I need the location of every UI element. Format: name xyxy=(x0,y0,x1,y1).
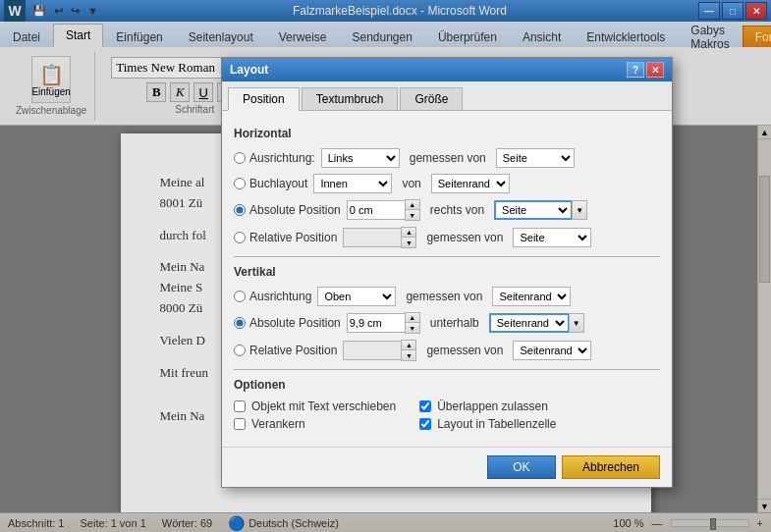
radio-h-absolute[interactable] xyxy=(234,204,246,216)
ausrichtung-select[interactable]: Links xyxy=(321,148,400,168)
h-relative-input[interactable] xyxy=(343,228,402,247)
buchlayout-ref-dropdown[interactable]: Seitenrand xyxy=(431,174,510,193)
v-relative-ref-select[interactable]: Seitenrand xyxy=(513,341,591,360)
v-absolute-input-group: ▲ ▼ xyxy=(347,312,420,334)
section-vertikal-label: Vertikal xyxy=(234,265,660,279)
checkbox-verschieben[interactable] xyxy=(234,400,246,412)
h-absolute-spin-up[interactable]: ▲ xyxy=(406,200,419,210)
gemessen-von-label-1: gemessen von xyxy=(410,151,486,165)
divider-2 xyxy=(234,369,660,370)
radio-group-v-absolute: Absolute Position xyxy=(234,316,341,330)
label-buchlayout: Buchlayout xyxy=(249,177,307,190)
v-absolute-spin-up[interactable]: ▲ xyxy=(406,313,419,323)
h-relative-ref-select[interactable]: Seite xyxy=(513,228,591,247)
v-relative-ref-dropdown[interactable]: Seitenrand xyxy=(513,341,591,360)
v-relative-spin-down[interactable]: ▼ xyxy=(402,350,415,360)
checkbox-layout-tabelle[interactable] xyxy=(419,418,431,430)
v-gemessen-von-label-2: gemessen von xyxy=(426,344,503,357)
label-verschieben: Objekt mit Text verschieben xyxy=(251,399,396,413)
radio-v-absolute[interactable] xyxy=(234,317,246,329)
cancel-button[interactable]: Abbrechen xyxy=(562,455,660,479)
buchlayout-ref-select[interactable]: Seitenrand xyxy=(431,174,510,193)
ausrichtung-dropdown[interactable]: Links xyxy=(321,148,400,168)
label-v-ausrichtung: Ausrichtung xyxy=(249,290,311,303)
radio-group-h-relative: Relative Position xyxy=(234,231,337,244)
h-absolute-ref-dropdown[interactable]: Seite ▼ xyxy=(494,200,587,220)
vertikal-row-ausrichtung: Ausrichtung Oben gemessen von Seitenrand xyxy=(234,287,660,306)
checkbox-ueberlappen[interactable] xyxy=(419,400,431,412)
horizontal-row-absolute: Absolute Position ▲ ▼ rechts von Seite ▼ xyxy=(234,199,660,221)
checkbox-row-ueberlappen: Überlappen zulassen xyxy=(419,399,556,413)
optionen-checkboxes: Objekt mit Text verschieben Verankern Üb… xyxy=(234,399,660,435)
radio-v-ausrichtung[interactable] xyxy=(234,291,246,302)
section-horizontal-label: Horizontal xyxy=(234,127,660,140)
dialog-close-button[interactable]: ✕ xyxy=(646,62,664,78)
horizontal-row-ausrichtung: Ausrichtung: Links gemessen von Seite xyxy=(234,148,660,168)
v-relative-input-group: ▲ ▼ xyxy=(343,340,416,361)
radio-group-v-ausrichtung: Ausrichtung xyxy=(234,290,311,303)
h-relative-spin-down[interactable]: ▼ xyxy=(402,238,415,247)
divider-1 xyxy=(234,256,660,257)
h-relative-spinbtns: ▲ ▼ xyxy=(401,227,416,248)
ok-button[interactable]: OK xyxy=(487,455,556,479)
v-relative-input[interactable] xyxy=(343,341,402,360)
vertikal-row-absolute: Absolute Position ▲ ▼ unterhalb Seitenra… xyxy=(234,312,660,334)
ausrichtung-ref-select[interactable]: Seite xyxy=(496,148,575,168)
v-absolute-ref-select[interactable]: Seitenrand xyxy=(489,313,570,333)
dialog-title: Layout xyxy=(230,63,268,77)
v-absolute-spin-down[interactable]: ▼ xyxy=(406,323,419,333)
h-relative-input-group: ▲ ▼ xyxy=(343,227,416,248)
dialog-titlebar-controls: ? ✕ xyxy=(627,62,664,78)
checkbox-row-verankern: Verankern xyxy=(234,417,396,431)
radio-group-buchlayout: Buchlayout xyxy=(234,177,307,190)
radio-group-ausrichtung: Ausrichtung: xyxy=(234,151,315,165)
v-gemessen-von-label-1: gemessen von xyxy=(406,290,482,303)
v-ausrichtung-dropdown[interactable]: Oben xyxy=(317,287,396,306)
dialog-overlay: Layout ? ✕ Position Textumbruch Größe Ho… xyxy=(0,0,771,532)
label-h-relative: Relative Position xyxy=(249,231,337,244)
v-absolute-spinbtns: ▲ ▼ xyxy=(405,312,420,334)
h-absolute-spinbtns: ▲ ▼ xyxy=(405,199,420,221)
radio-v-relative[interactable] xyxy=(234,345,246,356)
checkbox-row-layout-tabelle: Layout in Tabellenzelle xyxy=(419,417,556,431)
gemessen-von-label-2: gemessen von xyxy=(426,231,503,244)
buchlayout-dropdown[interactable]: Innen xyxy=(313,174,392,193)
tab-groesse[interactable]: Größe xyxy=(400,87,463,110)
layout-dialog: Layout ? ✕ Position Textumbruch Größe Ho… xyxy=(221,57,673,488)
dialog-footer: OK Abbrechen xyxy=(222,447,672,487)
label-h-absolute: Absolute Position xyxy=(249,203,341,217)
label-v-relative: Relative Position xyxy=(249,344,337,357)
v-relative-spin-up[interactable]: ▲ xyxy=(402,341,415,350)
tab-textumbruch[interactable]: Textumbruch xyxy=(302,87,399,110)
v-relative-spinbtns: ▲ ▼ xyxy=(401,340,416,361)
h-relative-spin-up[interactable]: ▲ xyxy=(402,228,415,238)
h-absolute-spin-down[interactable]: ▼ xyxy=(406,210,419,220)
v-ausrichtung-ref-dropdown[interactable]: Seitenrand xyxy=(492,287,571,306)
h-absolute-ref-select[interactable]: Seite xyxy=(494,200,573,220)
label-ausrichtung: Ausrichtung: xyxy=(249,151,315,165)
v-ausrichtung-select[interactable]: Oben xyxy=(317,287,396,306)
ausrichtung-ref-dropdown[interactable]: Seite xyxy=(496,148,575,168)
radio-buchlayout[interactable] xyxy=(234,178,246,189)
dialog-titlebar: Layout ? ✕ xyxy=(222,58,672,81)
dialog-help-button[interactable]: ? xyxy=(627,62,644,78)
checkbox-verankern[interactable] xyxy=(234,418,246,430)
v-absolute-ref-arrow[interactable]: ▼ xyxy=(569,313,584,333)
h-absolute-input[interactable] xyxy=(347,200,406,220)
radio-h-relative[interactable] xyxy=(234,232,246,243)
von-label-1: von xyxy=(402,177,420,190)
horizontal-row-buchlayout: Buchlayout Innen von Seitenrand xyxy=(234,174,660,193)
h-absolute-ref-arrow[interactable]: ▼ xyxy=(572,200,587,220)
v-ausrichtung-ref-select[interactable]: Seitenrand xyxy=(492,287,571,306)
radio-ausrichtung[interactable] xyxy=(234,152,246,164)
unterhalb-label: unterhalb xyxy=(430,316,479,330)
v-absolute-input[interactable] xyxy=(347,313,406,333)
buchlayout-select[interactable]: Innen xyxy=(313,174,392,193)
radio-group-h-absolute: Absolute Position xyxy=(234,203,341,217)
h-absolute-input-group: ▲ ▼ xyxy=(347,199,420,221)
tab-position[interactable]: Position xyxy=(228,87,300,111)
label-v-absolute: Absolute Position xyxy=(249,316,341,330)
checkbox-row-verschieben: Objekt mit Text verschieben xyxy=(234,399,396,413)
h-relative-ref-dropdown[interactable]: Seite xyxy=(513,228,591,247)
v-absolute-ref-dropdown[interactable]: Seitenrand ▼ xyxy=(489,313,584,333)
